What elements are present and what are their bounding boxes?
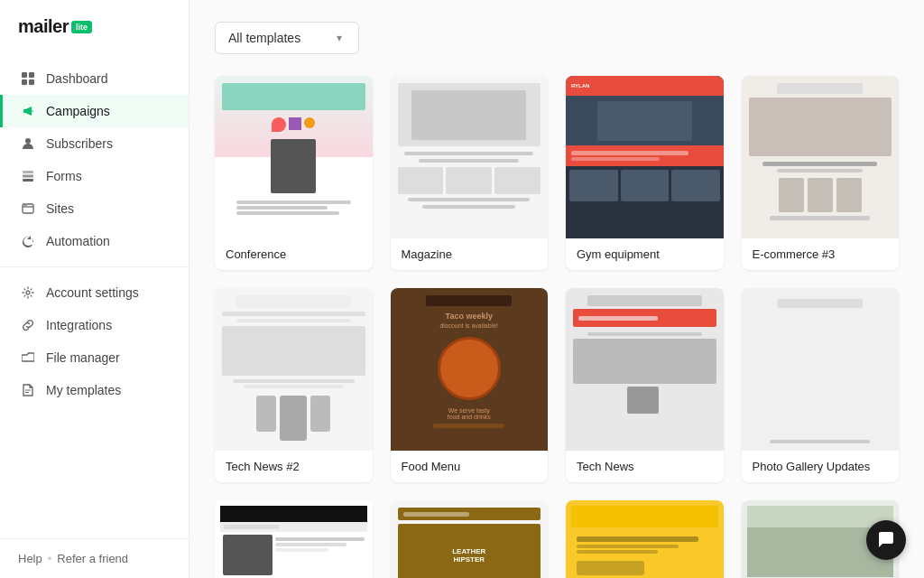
sidebar-item-campaigns[interactable]: Campaigns	[0, 95, 189, 127]
thumb-header	[571, 506, 718, 527]
gear-icon	[21, 285, 35, 300]
logo: mailer lite	[0, 0, 189, 55]
layers-icon	[21, 169, 35, 183]
help-link[interactable]: Help	[18, 552, 42, 565]
template-card-food-menu[interactable]: Taco weeklydiscount is available! We ser…	[391, 288, 549, 482]
sidebar-item-automation[interactable]: Automation	[0, 225, 189, 257]
template-name: Magazine	[391, 238, 549, 270]
templates-grid: Conference Magazine	[215, 76, 899, 578]
template-thumbnail	[566, 288, 724, 451]
template-thumbnail	[215, 76, 373, 238]
template-card-gym-equipment[interactable]: RYLAN Gym equipment	[566, 76, 724, 270]
template-thumbnail	[215, 288, 373, 451]
refresh-icon	[21, 234, 35, 248]
sidebar-item-dashboard[interactable]: Dashboard	[0, 62, 189, 95]
dropdown-label: All templates	[228, 31, 300, 45]
template-name: Tech News	[566, 451, 724, 482]
thumb-hero	[749, 98, 892, 156]
template-card-leather-hipster[interactable]: LEATHERHIPSTER Leather Hipster	[391, 500, 549, 578]
sidebar-item-label: Campaigns	[46, 104, 110, 118]
thumb-header-bar	[573, 309, 716, 327]
thumb-header	[747, 506, 894, 527]
template-card-tech-news[interactable]: Tech News	[566, 288, 724, 482]
thumb-person	[271, 139, 316, 193]
sidebar-item-account-settings[interactable]: Account settings	[0, 276, 189, 309]
thumb-header	[222, 83, 365, 110]
sidebar-footer: Help • Refer a friend	[0, 538, 189, 578]
template-thumbnail	[742, 76, 900, 238]
sidebar-item-label: My templates	[46, 383, 121, 397]
thumb-row	[627, 387, 661, 414]
thumb-phones	[256, 396, 330, 441]
main-nav: Dashboard Campaigns Subscribers	[0, 55, 189, 538]
thumb-header: RYLAN	[566, 76, 724, 96]
sidebar-item-file-manager[interactable]: File manager	[0, 341, 189, 374]
template-thumbnail	[391, 76, 549, 238]
thumb-hero: LEATHERHIPSTER	[398, 524, 541, 578]
sidebar-item-label: Integrations	[46, 318, 112, 332]
thumb-header	[220, 506, 367, 522]
template-thumbnail: LEATHERHIPSTER	[391, 500, 549, 578]
thumb-hero	[222, 326, 365, 376]
svg-rect-2	[22, 79, 27, 85]
logo-text: mailer	[18, 16, 69, 37]
template-card-news-updates[interactable]: News & Updates	[215, 500, 373, 578]
page-header: All templates ▾	[215, 22, 899, 54]
template-thumbnail: RYLAN	[566, 76, 724, 238]
thumb-products	[566, 166, 724, 205]
chat-button[interactable]	[866, 520, 906, 560]
svg-rect-0	[22, 72, 27, 78]
file-icon	[21, 383, 35, 397]
browser-icon	[21, 201, 35, 216]
templates-filter-dropdown[interactable]: All templates ▾	[215, 22, 359, 54]
thumb-shapes	[272, 117, 315, 132]
thumb-hero	[220, 532, 367, 578]
sidebar-item-forms[interactable]: Forms	[0, 160, 189, 192]
template-card-ecommerce-3[interactable]: E-commerce #3	[742, 76, 900, 270]
sidebar-item-integrations[interactable]: Integrations	[0, 309, 189, 341]
chevron-down-icon: ▾	[337, 32, 342, 44]
template-card-conference[interactable]: Conference	[215, 76, 373, 270]
sidebar-item-sites[interactable]: Sites	[0, 192, 189, 225]
thumb-text: We serve tastyfood and drinks	[448, 407, 491, 420]
sidebar-item-my-templates[interactable]: My templates	[0, 374, 189, 406]
sidebar-item-subscribers[interactable]: Subscribers	[0, 127, 189, 160]
thumb-hero	[573, 339, 716, 384]
template-card-photo-gallery[interactable]: Photo Gallery Updates	[742, 288, 900, 482]
sidebar: mailer lite Dashboard Campaigns	[0, 0, 189, 578]
refer-link[interactable]: Refer a friend	[57, 552, 128, 565]
nav-divider	[0, 266, 189, 267]
svg-point-4	[25, 138, 31, 144]
sidebar-item-label: Sites	[46, 201, 74, 216]
thumb-products	[779, 178, 862, 212]
megaphone-icon	[21, 104, 35, 118]
template-card-magazine[interactable]: Magazine	[391, 76, 549, 270]
sidebar-item-label: Dashboard	[46, 71, 108, 86]
thumb-hero	[398, 83, 541, 146]
sidebar-item-label: Automation	[46, 234, 110, 248]
thumb-logo	[587, 295, 702, 306]
svg-rect-3	[29, 79, 34, 85]
template-thumbnail	[215, 500, 373, 578]
template-name: Conference	[215, 238, 373, 270]
svg-rect-6	[23, 175, 33, 178]
svg-point-10	[23, 205, 24, 206]
sidebar-item-label: Account settings	[46, 285, 139, 300]
thumb-hero	[566, 96, 724, 145]
template-thumbnail	[742, 288, 900, 451]
person-icon	[21, 136, 35, 151]
template-card-tech-news-2[interactable]: Tech News #2	[215, 288, 373, 482]
logo-badge: lite	[71, 21, 92, 33]
grid-icon	[21, 71, 35, 86]
svg-point-11	[25, 205, 26, 206]
sidebar-item-label: File manager	[46, 350, 120, 365]
svg-rect-1	[29, 72, 34, 78]
thumb-logo	[236, 295, 351, 308]
template-thumbnail: Taco weeklydiscount is available! We ser…	[391, 288, 549, 451]
template-name: Tech News #2	[215, 451, 373, 482]
main-content: All templates ▾ Conference	[189, 0, 924, 578]
template-name: Gym equipment	[566, 238, 724, 270]
thumb-grid	[815, 312, 825, 436]
template-card-promo-newsletter[interactable]: Promo Newsletter	[566, 500, 724, 578]
svg-point-12	[26, 291, 30, 294]
